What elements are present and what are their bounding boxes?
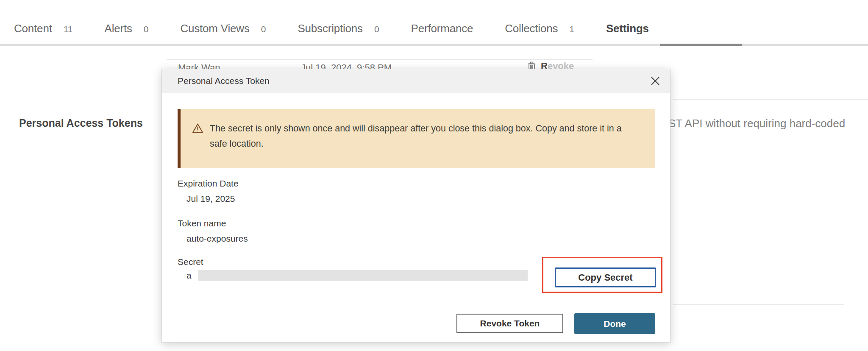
dialog-title: Personal Access Token: [178, 76, 270, 86]
tab-collections[interactable]: Collections 1: [505, 22, 574, 35]
tab-bar: Content 11 Alerts 0 Custom Views 0 Subsc…: [0, 0, 868, 46]
right-panel-divider-top: [673, 99, 868, 100]
right-panel-divider-bottom: [673, 304, 844, 305]
secret-value-row: a: [186, 270, 528, 281]
tab-count: 0: [374, 24, 379, 34]
tab-count: 11: [64, 24, 73, 34]
revoke-token-button[interactable]: Revoke Token: [456, 314, 563, 333]
tab-count: 1: [569, 24, 574, 34]
secret-warning-banner: The secret is only shown once and will d…: [178, 109, 655, 168]
tab-count: 0: [144, 24, 149, 34]
page: Content 11 Alerts 0 Custom Views 0 Subsc…: [0, 0, 868, 351]
done-button[interactable]: Done: [574, 313, 655, 334]
tab-custom-views[interactable]: Custom Views 0: [180, 22, 266, 35]
close-icon[interactable]: [649, 75, 662, 87]
warning-text: The secret is only shown once and will d…: [210, 121, 638, 151]
tab-label: Subscriptions: [298, 22, 362, 35]
tab-settings[interactable]: Settings: [606, 22, 649, 35]
tab-alerts[interactable]: Alerts 0: [104, 22, 148, 35]
tab-label: Performance: [411, 22, 473, 35]
token-name-value: auto-exposures: [186, 234, 248, 244]
secret-value-visible: a: [186, 270, 192, 281]
description-text-clipped: ST API without requiring hard-coded: [668, 117, 845, 130]
tab-content[interactable]: Content 11: [14, 22, 72, 35]
warning-icon: [192, 123, 203, 134]
tab-label: Content: [14, 22, 52, 35]
tab-count: 0: [261, 24, 266, 34]
token-name-label: Token name: [178, 218, 226, 228]
tab-performance[interactable]: Performance: [411, 22, 473, 35]
tab-label: Settings: [606, 22, 649, 35]
tab-active-indicator: [660, 44, 742, 46]
tab-label: Alerts: [104, 22, 132, 35]
secret-label: Secret: [178, 257, 203, 267]
copy-secret-button[interactable]: Copy Secret: [555, 267, 656, 287]
section-heading: Personal Access Tokens: [19, 117, 143, 129]
tab-label: Custom Views: [180, 22, 249, 35]
expiration-date-value: Jul 19, 2025: [186, 194, 235, 204]
dialog-header: Personal Access Token: [162, 69, 670, 93]
background-row-divider: [167, 59, 593, 60]
expiration-date-label: Expiration Date: [178, 178, 239, 189]
secret-redacted-bar: [198, 270, 528, 281]
tab-label: Collections: [505, 22, 558, 35]
personal-access-token-dialog: Personal Access Token The secret is only…: [161, 69, 670, 343]
tab-subscriptions[interactable]: Subscriptions 0: [298, 22, 379, 35]
